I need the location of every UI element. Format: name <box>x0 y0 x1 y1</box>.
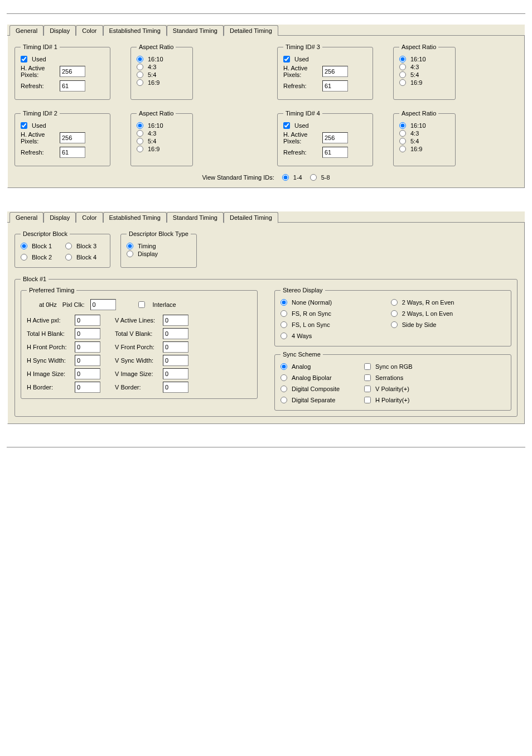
timing-2-used-checkbox[interactable] <box>21 122 27 129</box>
timing-1-aspect-4-3[interactable] <box>137 64 143 70</box>
timing-1-aspect-5-4[interactable] <box>137 71 143 78</box>
timing-4-hactive-field[interactable] <box>322 132 348 143</box>
timing-1-hactive-field[interactable] <box>60 66 85 77</box>
stereo-fs-r-on-sync-label: FS, R on Sync <box>292 310 331 317</box>
timing-4-used-checkbox[interactable] <box>283 122 290 129</box>
pt-4-h-field[interactable] <box>75 368 100 379</box>
pt-4-v-field[interactable] <box>163 368 188 379</box>
stereo-fs-l-on-sync[interactable] <box>280 321 287 328</box>
stereo-2-ways-r-on-even-label: 2 Ways, R on Even <box>402 299 454 306</box>
stereo-2-ways-l-on-even[interactable] <box>391 310 398 317</box>
timing-2-refresh-field[interactable] <box>60 147 85 158</box>
tab-color[interactable]: Color <box>76 212 103 223</box>
descriptor-block-block-1[interactable] <box>21 243 27 249</box>
stereo-4-ways[interactable] <box>280 333 287 339</box>
sync-check-sync-on-rgb[interactable] <box>364 363 371 370</box>
timing-2-aspect-16-9[interactable] <box>137 146 143 152</box>
pt-5-h-field[interactable] <box>75 382 100 393</box>
timing-1-aspect-16-10[interactable] <box>137 56 143 62</box>
timing-2-aspect-5-4[interactable] <box>137 138 143 145</box>
timing-3-hactive-field[interactable] <box>322 66 348 77</box>
tab-display[interactable]: Display <box>43 25 76 36</box>
pt-2-h-field[interactable] <box>75 341 100 353</box>
tab-detailed-timing[interactable]: Detailed Timing <box>224 25 278 36</box>
sync-check-h-polarity-[interactable] <box>364 397 371 403</box>
descriptor-type-display[interactable] <box>127 251 133 257</box>
timing-1-aspect-5-4-label: 5:4 <box>148 71 156 78</box>
pt-2-v-label: V Front Porch: <box>115 344 163 350</box>
pt-3-h-field[interactable] <box>75 355 100 366</box>
sync-digital-composite[interactable] <box>280 386 287 392</box>
timing-3-aspect-legend: Aspect Ratio <box>399 44 438 50</box>
pt-2-v-field[interactable] <box>163 341 188 353</box>
timing-4-aspect-legend: Aspect Ratio <box>399 110 438 117</box>
tab-established-timing[interactable]: Established Timing <box>103 25 167 36</box>
timing-1-refresh-field[interactable] <box>60 80 85 92</box>
stereo-side-by-side-label: Side by Side <box>402 321 437 328</box>
descriptor-block-box: Descriptor Block Block 1Block 3Block 2Bl… <box>14 230 110 268</box>
sync-check-serrations[interactable] <box>364 374 371 381</box>
timing-4-aspect-4-3[interactable] <box>399 130 406 137</box>
timing-3-used-label: Used <box>294 56 309 62</box>
view-std-label: View Standard Timing IDs: <box>202 174 274 181</box>
descriptor-block-block-3[interactable] <box>65 243 72 249</box>
timing-3-aspect-16-9[interactable] <box>399 79 406 86</box>
timing-4-refresh-field[interactable] <box>322 147 348 158</box>
stereo-none-normal-[interactable] <box>280 299 287 306</box>
sync-digital-separate[interactable] <box>280 397 287 403</box>
stereo-display-box: Stereo Display None (Normal)2 Ways, R on… <box>274 287 511 346</box>
pt-0-h-field[interactable] <box>75 315 100 326</box>
detailed-timing-body: Descriptor Block Block 1Block 3Block 2Bl… <box>7 223 525 424</box>
tab-display[interactable]: Display <box>43 212 76 223</box>
block1-box: Block #1 Preferred Timing at 0Hz Pixl Cl… <box>14 276 518 417</box>
tab-detailed-timing[interactable]: Detailed Timing <box>224 212 278 223</box>
pt-0-v-field[interactable] <box>163 315 188 326</box>
timing-1-aspect-16-9[interactable] <box>137 79 143 86</box>
descriptor-block-block-2[interactable] <box>21 254 27 261</box>
timing-4-aspect-16-10[interactable] <box>399 122 406 129</box>
sync-analog[interactable] <box>280 363 287 370</box>
sync-analog-bipolar[interactable] <box>280 374 287 381</box>
descriptor-type-timing[interactable] <box>127 243 133 249</box>
tab-color[interactable]: Color <box>76 25 103 36</box>
timing-2-aspect-16-10[interactable] <box>137 122 143 129</box>
timing-3-refresh-field[interactable] <box>322 80 348 92</box>
descriptor-block-block-4[interactable] <box>65 254 72 261</box>
view-std-5-8-label: 5-8 <box>321 174 330 181</box>
timing-1-aspect-legend: Aspect Ratio <box>137 44 176 50</box>
stereo-fs-r-on-sync[interactable] <box>280 310 287 317</box>
sync-analog-label: Analog <box>292 363 311 370</box>
timing-1-used-checkbox[interactable] <box>21 56 27 62</box>
timing-2-aspect-4-3[interactable] <box>137 130 143 137</box>
stereo-side-by-side[interactable] <box>391 321 398 328</box>
divider <box>7 13 525 14</box>
timing-3-used-checkbox[interactable] <box>283 56 290 62</box>
timing-4-aspect-5-4[interactable] <box>399 138 406 145</box>
pt-1-v-field[interactable] <box>163 328 188 339</box>
tab-general[interactable]: General <box>9 212 43 223</box>
pt-3-v-field[interactable] <box>163 355 188 366</box>
tab-standard-timing[interactable]: Standard Timing <box>167 212 224 223</box>
tab-standard-timing[interactable]: Standard Timing <box>167 25 224 36</box>
pixclk-field[interactable] <box>90 299 116 310</box>
sync-analog-bipolar-label: Analog Bipolar <box>292 374 332 381</box>
pt-1-h-field[interactable] <box>75 328 100 339</box>
timing-2-hactive-label: H. Active Pixels: <box>21 131 60 145</box>
stereo-2-ways-r-on-even[interactable] <box>391 299 398 306</box>
timing-3-aspect-4-3[interactable] <box>399 64 406 70</box>
descriptor-type-timing-label: Timing <box>138 243 156 249</box>
timing-3-aspect-16-10[interactable] <box>399 56 406 62</box>
view-std-1-4[interactable] <box>282 174 289 181</box>
sync-check-v-polarity-[interactable] <box>364 386 371 392</box>
interlace-checkbox[interactable] <box>138 301 145 308</box>
timing-3-aspect-5-4[interactable] <box>399 71 406 78</box>
tab-established-timing[interactable]: Established Timing <box>103 212 167 223</box>
timing-1-refresh-label: Refresh: <box>21 83 60 89</box>
timing-id-3: Timing ID# 3UsedH. Active Pixels:Refresh… <box>277 44 518 100</box>
pt-5-v-field[interactable] <box>163 382 188 393</box>
sync-check-v-polarity--label: V Polarity(+) <box>375 386 409 392</box>
timing-2-hactive-field[interactable] <box>60 132 85 143</box>
view-std-5-8[interactable] <box>310 174 317 181</box>
timing-4-aspect-16-9[interactable] <box>399 146 406 152</box>
tab-general[interactable]: General <box>9 25 43 36</box>
